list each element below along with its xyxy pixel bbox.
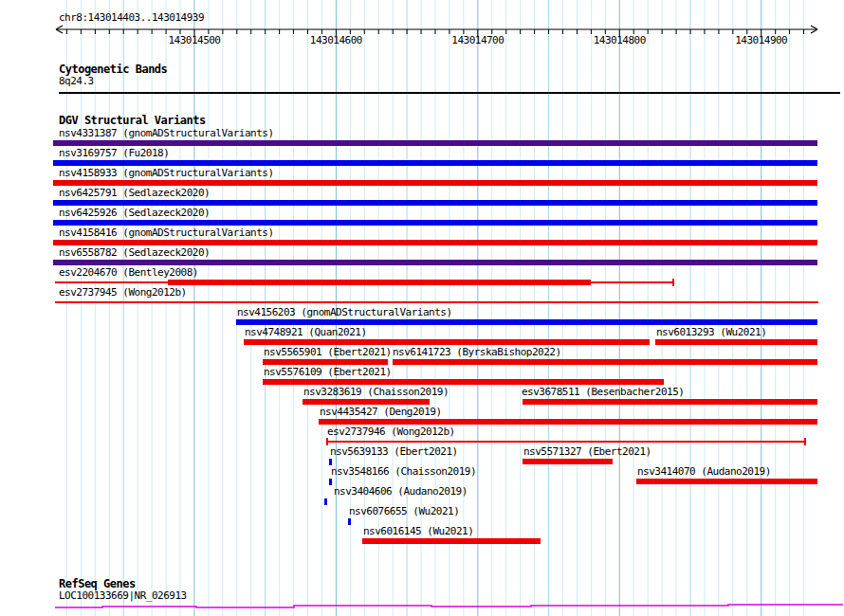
variant-label[interactable]: nsv3414070 (Audano2019) xyxy=(637,466,771,478)
variant-bar[interactable] xyxy=(53,220,817,226)
variant-bar[interactable] xyxy=(393,359,817,365)
variant-label[interactable]: nsv6425791 (Sedlazeck2020) xyxy=(59,188,210,199)
variant-bar[interactable] xyxy=(55,301,818,303)
variant-bar[interactable] xyxy=(636,479,817,484)
variant-label[interactable]: nsv3404606 (Audano2019) xyxy=(334,486,468,498)
variant-bar[interactable] xyxy=(804,438,806,445)
variant-bar[interactable] xyxy=(53,140,817,146)
variant-bar[interactable] xyxy=(244,339,650,345)
variant-label[interactable]: nsv3283619 (Chaisson2019) xyxy=(303,387,449,398)
variant-label[interactable]: nsv6558782 (Sedlazeck2020) xyxy=(59,247,210,259)
variant-bar[interactable] xyxy=(362,538,541,544)
section-title-cytogenetic-bands: Cytogenetic Bands xyxy=(59,63,167,75)
variant-label[interactable]: nsv4158933 (gnomADStructuralVariants) xyxy=(59,168,274,179)
variant-label[interactable]: nsv4158416 (gnomADStructuralVariants) xyxy=(59,227,274,239)
variant-label[interactable]: nsv3548166 (Chaisson2019) xyxy=(331,466,476,478)
variant-label[interactable]: nsv4156203 (gnomADStructuralVariants) xyxy=(237,307,452,318)
genome-browser-view: chr8:143014403..143014939 Cytogenetic Ba… xyxy=(0,0,844,616)
variant-label[interactable]: esv2204670 (Bentley2008) xyxy=(59,267,198,279)
ruler-tick-label: 143014600 xyxy=(298,35,374,46)
ruler-tick-label: 143014800 xyxy=(581,35,657,46)
variant-bar[interactable] xyxy=(327,441,805,443)
variant-bar[interactable] xyxy=(329,479,332,485)
section-title-dgv-structural-variants: DGV Structural Variants xyxy=(59,115,206,126)
variant-bar[interactable] xyxy=(55,281,168,283)
ruler-tick-label: 143014700 xyxy=(440,35,516,46)
variant-bar[interactable] xyxy=(53,200,817,206)
variant-bar[interactable] xyxy=(319,419,817,425)
variant-label[interactable]: nsv6016145 (Wu2021) xyxy=(363,526,473,537)
variant-label[interactable]: esv3678511 (Besenbacher2015) xyxy=(522,387,684,398)
variant-bar[interactable] xyxy=(236,319,817,325)
variant-bar[interactable] xyxy=(53,240,817,245)
variant-bar[interactable] xyxy=(348,518,351,525)
variant-bar[interactable] xyxy=(324,498,327,505)
region-label: chr8:143014403..143014939 xyxy=(59,12,204,24)
variant-label[interactable]: nsv6076655 (Wu2021) xyxy=(349,506,459,517)
variant-bar[interactable] xyxy=(523,399,817,405)
ruler-tick-label: 143014500 xyxy=(156,35,232,46)
variant-label[interactable]: nsv6425926 (Sedlazeck2020) xyxy=(59,208,210,219)
section-title-refseq-genes: RefSeq Genes xyxy=(59,578,136,589)
cytoband-label[interactable]: 8q24.3 xyxy=(59,76,94,87)
variant-bar[interactable] xyxy=(591,281,673,283)
variant-bar[interactable] xyxy=(263,379,664,385)
variant-bar[interactable] xyxy=(523,459,613,464)
variant-bar[interactable] xyxy=(53,260,817,265)
ruler-tick-label: 143014900 xyxy=(724,35,799,46)
variant-label[interactable]: nsv5576109 (Ebert2021) xyxy=(264,367,392,378)
variant-label[interactable]: nsv5639133 (Ebert2021) xyxy=(330,446,458,458)
refseq-gene-label[interactable]: LOC100133669|NR_026913 xyxy=(59,590,187,602)
variant-bar[interactable] xyxy=(263,359,388,365)
variant-label[interactable]: nsv4435427 (Deng2019) xyxy=(320,407,442,418)
variant-bar[interactable] xyxy=(53,160,817,166)
variant-label[interactable]: nsv5565901 (Ebert2021) xyxy=(264,347,392,358)
variant-label[interactable]: esv2737946 (Wong2012b) xyxy=(327,426,455,438)
variant-bar[interactable] xyxy=(168,280,591,285)
variant-label[interactable]: nsv6013293 (Wu2021) xyxy=(656,327,766,338)
variant-label[interactable]: nsv5571327 (Ebert2021) xyxy=(523,446,651,458)
variant-label[interactable]: nsv6141723 (ByrskaBishop2022) xyxy=(393,347,561,358)
variant-bar[interactable] xyxy=(329,459,332,465)
variant-bar[interactable] xyxy=(655,339,817,345)
variant-label[interactable]: nsv4748921 (Quan2021) xyxy=(245,327,367,338)
variant-bar[interactable] xyxy=(303,399,430,405)
variant-label[interactable]: nsv4331387 (gnomADStructuralVariants) xyxy=(59,128,274,139)
variant-label[interactable]: esv2737945 (Wong2012b) xyxy=(59,287,187,299)
variant-bar[interactable] xyxy=(672,279,674,286)
variant-label[interactable]: nsv3169757 (Fu2018) xyxy=(59,148,169,159)
variant-bar[interactable] xyxy=(53,180,817,186)
